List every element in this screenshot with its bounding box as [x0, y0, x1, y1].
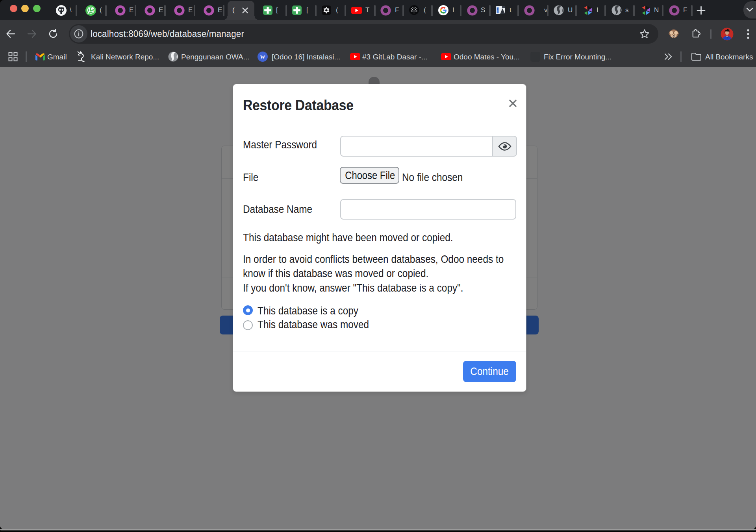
- svg-text:W: W: [260, 54, 265, 60]
- svg-text:15: 15: [88, 7, 94, 13]
